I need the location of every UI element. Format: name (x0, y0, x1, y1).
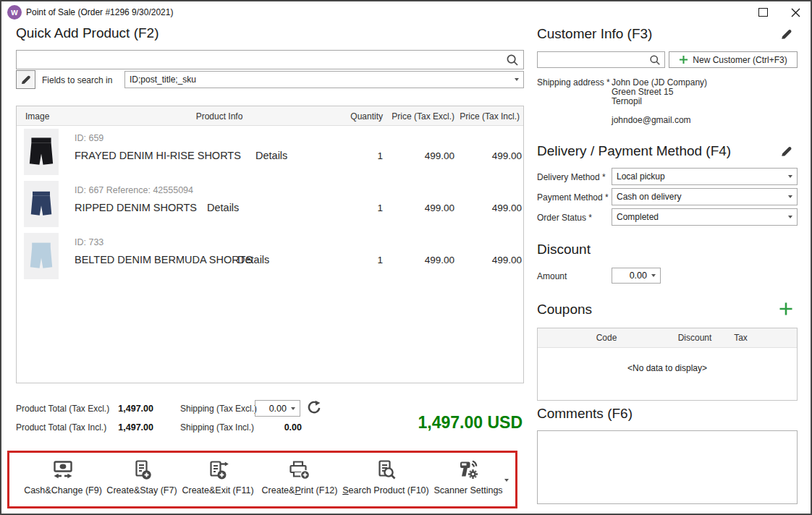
cash-change-icon (51, 459, 75, 482)
new-customer-label: New Customer (Ctrl+F3) (693, 55, 787, 65)
order-status-select[interactable]: Completed (612, 208, 798, 226)
pencil-icon (780, 145, 793, 158)
qty-cell[interactable]: 1 (321, 255, 383, 265)
price-excl-cell: 499.00 (389, 150, 454, 161)
shorts-image (29, 136, 54, 168)
table-row[interactable]: ID: 733 BELTED DENIM BERMUDA SHORTS Deta… (17, 230, 523, 282)
search-product-icon (374, 459, 397, 482)
address-line-1: John Doe (JD Company) (612, 77, 707, 88)
product-search-field[interactable] (20, 52, 500, 68)
coupons-title: Coupons (537, 302, 592, 318)
discount-amount-value: 0.00 (617, 271, 647, 281)
price-incl-cell: 499.00 (457, 255, 522, 265)
price-excl-cell: 499.00 (389, 203, 454, 213)
product-total-excl-value: 1,497.00 (110, 404, 153, 414)
product-thumbnail (24, 233, 59, 279)
coupons-table-header: Code Discount Tax (538, 328, 797, 348)
product-thumbnail (24, 181, 59, 227)
add-coupon-button[interactable] (779, 302, 793, 319)
comments-title: Comments (F6) (537, 406, 633, 422)
payment-method-select[interactable]: Cash on delivery (612, 188, 798, 205)
edit-search-fields-button[interactable] (16, 70, 35, 89)
chevron-down-icon (651, 274, 656, 277)
coupons-table: Code Discount Tax <No data to display> (537, 328, 798, 401)
window-title: Point of Sale (Order #1296 9/30/2021) (26, 7, 173, 17)
col-price-excl: Price (Tax Excl.) (389, 111, 454, 122)
shipping-excl-value: 0.00 (260, 404, 287, 414)
edit-customer-button[interactable] (780, 27, 793, 43)
product-id: ID: 733 (75, 237, 103, 247)
delivery-method-select[interactable]: Local pickup (612, 168, 798, 185)
price-incl-cell: 499.00 (457, 203, 522, 213)
quick-add-title: Quick Add Product (F2) (16, 25, 158, 41)
customer-search-field[interactable] (541, 54, 648, 67)
details-link[interactable]: Details (255, 150, 287, 161)
plus-icon (779, 302, 793, 316)
discount-amount-spinner[interactable]: 0.00 (612, 268, 661, 284)
order-status-label: Order Status * (537, 213, 592, 223)
payment-method-value: Cash on delivery (617, 192, 681, 202)
product-name: RIPPED DENIM SHORTS (75, 202, 197, 213)
create-print-icon (288, 459, 311, 482)
price-excl-cell: 499.00 (389, 255, 454, 265)
search-icon (506, 54, 519, 67)
fields-to-search-combo[interactable]: ID;post_title;_sku (124, 71, 524, 88)
pencil-icon (780, 27, 793, 41)
details-link[interactable]: Details (207, 202, 239, 213)
chevron-down-icon (788, 195, 792, 198)
shorts-image (30, 190, 52, 218)
discount-amount-label: Amount (537, 271, 567, 281)
details-link[interactable]: Details (237, 254, 269, 265)
shipping-address-label: Shipping address * (537, 77, 610, 88)
chevron-down-icon (788, 216, 792, 218)
search-product-button[interactable]: Search Product (F10) (338, 457, 434, 508)
delivery-method-value: Local pickup (617, 171, 665, 182)
create-exit-icon (206, 459, 229, 482)
comments-textarea[interactable] (537, 430, 798, 504)
product-id: ID: 659 (75, 133, 103, 143)
payment-method-label: Payment Method * (537, 192, 609, 203)
pencil-icon (20, 74, 32, 85)
create-stay-icon (130, 459, 153, 482)
pos-window: w Point of Sale (Order #1296 9/30/2021) … (0, 0, 812, 515)
table-row[interactable]: ID: 659 FRAYED DENIM HI-RISE SHORTS Deta… (17, 126, 523, 178)
plus-icon (679, 55, 688, 64)
scanner-settings-button[interactable]: Scanner Settings (420, 457, 516, 508)
title-bar: w Point of Sale (Order #1296 9/30/2021) (1, 1, 811, 23)
coupon-col-discount: Discount (662, 333, 727, 343)
customer-email: johndoe@gmail.com (612, 115, 691, 125)
product-total-incl-value: 1,497.00 (110, 422, 153, 433)
price-incl-cell: 499.00 (457, 150, 522, 161)
shipping-excl-label: Shipping (Tax Excl.) (180, 404, 257, 414)
scanner-settings-icon (457, 459, 480, 482)
col-image: Image (25, 111, 49, 122)
maximize-button[interactable] (748, 2, 778, 22)
refresh-shipping-button[interactable] (306, 400, 322, 419)
product-search-input[interactable] (16, 50, 524, 69)
chevron-down-icon (515, 78, 519, 81)
fields-to-search-label: Fields to search in (42, 75, 112, 85)
toolbar-overflow-caret[interactable] (504, 479, 509, 482)
product-name: BELTED DENIM BERMUDA SHORTS (75, 254, 253, 265)
product-table-header: Image Product Info Quantity Price (Tax E… (17, 106, 523, 126)
qty-cell[interactable]: 1 (321, 203, 383, 213)
search-icon (649, 54, 661, 66)
product-name: FRAYED DENIM HI-RISE SHORTS (75, 150, 241, 161)
product-total-incl-label: Product Total (Tax Incl.) (16, 422, 106, 433)
create-print-button[interactable]: Create&Print (F12) (252, 457, 347, 508)
table-row[interactable]: ID: 667 Reference: 42555094 RIPPED DENIM… (17, 178, 523, 230)
close-button[interactable] (780, 2, 811, 22)
qty-cell[interactable]: 1 (321, 150, 383, 161)
maximize-icon (758, 8, 768, 17)
discount-title: Discount (537, 242, 591, 258)
customer-info-title: Customer Info (F3) (537, 26, 652, 42)
customer-search-input[interactable] (537, 51, 665, 68)
shipping-excl-spinner[interactable]: 0.00 (255, 400, 300, 417)
new-customer-button[interactable]: New Customer (Ctrl+F3) (669, 51, 798, 68)
col-price-incl: Price (Tax Incl.) (457, 111, 520, 122)
product-total-excl-label: Product Total (Tax Excl.) (16, 404, 109, 414)
address-line-3: Ternopil (612, 96, 642, 106)
edit-delivery-button[interactable] (780, 145, 793, 161)
chevron-down-icon (788, 175, 792, 178)
grand-total: 1,497.00 USD (334, 413, 523, 433)
